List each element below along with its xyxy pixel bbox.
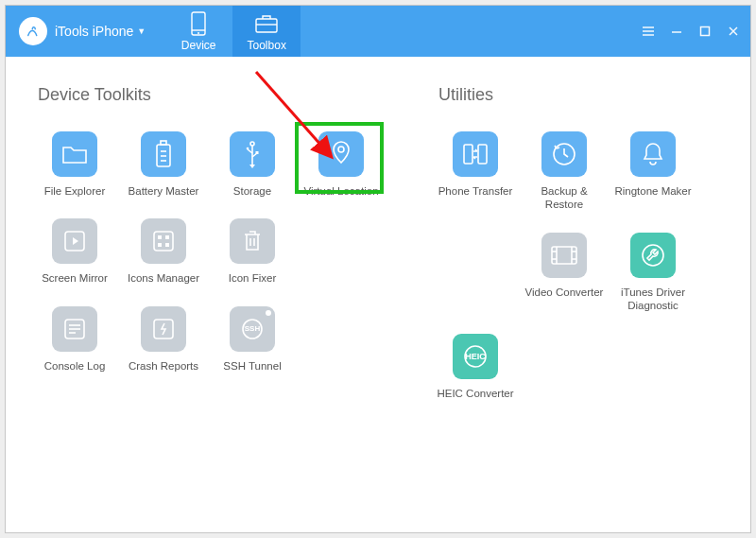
menu-icon[interactable] bbox=[641, 24, 656, 39]
tool-virtual-location[interactable]: Virtual Location bbox=[300, 131, 383, 198]
header: iTools iPhone ▼ Device Toolbox bbox=[6, 6, 750, 57]
toolbox-icon bbox=[253, 10, 280, 37]
svg-point-46 bbox=[643, 245, 663, 266]
minimize-icon[interactable] bbox=[669, 24, 684, 39]
svg-rect-27 bbox=[165, 243, 169, 247]
tool-console-log[interactable]: Console Log bbox=[33, 306, 116, 373]
tool-screen-mirror[interactable]: Screen Mirror bbox=[33, 218, 116, 285]
tab-device[interactable]: Device bbox=[164, 6, 232, 57]
transfer-icon bbox=[453, 131, 498, 177]
window-controls bbox=[641, 6, 750, 57]
tool-ringtone-maker[interactable]: Ringtone Maker bbox=[611, 131, 695, 212]
tool-itunes-driver-diagnostic[interactable]: iTunes Driver Diagnostic bbox=[611, 233, 695, 313]
utilities-section: Utilities Phone Transfer Backup & Restor… bbox=[387, 85, 728, 532]
video-icon bbox=[541, 233, 587, 278]
logo-icon bbox=[19, 17, 47, 45]
tool-battery-master[interactable]: Battery Master bbox=[122, 131, 205, 198]
play-icon bbox=[52, 218, 97, 264]
svg-rect-37 bbox=[478, 145, 487, 164]
tool-icon-fixer[interactable]: Icon Fixer bbox=[211, 218, 294, 285]
tool-file-explorer[interactable]: File Explorer bbox=[33, 131, 116, 198]
utilities-grid: Phone Transfer Backup & Restore Ringtone… bbox=[429, 131, 728, 421]
svg-rect-24 bbox=[158, 235, 162, 239]
svg-rect-36 bbox=[464, 145, 472, 164]
tool-icons-manager[interactable]: Icons Manager bbox=[122, 218, 205, 285]
svg-rect-25 bbox=[165, 235, 169, 239]
tab-toolbox-label: Toolbox bbox=[248, 39, 286, 52]
tool-crash-reports[interactable]: Crash Reports bbox=[122, 306, 205, 373]
svg-rect-20 bbox=[256, 151, 259, 154]
device-toolkits-section: Device Toolkits File Explorer Battery Ma… bbox=[28, 85, 387, 532]
svg-point-2 bbox=[198, 32, 199, 34]
svg-rect-23 bbox=[154, 232, 173, 251]
tool-phone-transfer[interactable]: Phone Transfer bbox=[434, 131, 517, 212]
tab-toolbox[interactable]: Toolbox bbox=[232, 6, 301, 57]
svg-point-17 bbox=[250, 142, 254, 146]
usb-icon bbox=[230, 131, 275, 177]
device-toolkits-grid: File Explorer Battery Master Storage bbox=[28, 131, 387, 393]
heic-icon: HEIC bbox=[453, 334, 498, 379]
svg-point-21 bbox=[338, 147, 344, 152]
svg-rect-3 bbox=[256, 19, 277, 32]
trash-icon bbox=[230, 218, 275, 264]
tool-video-converter[interactable]: Video Converter bbox=[523, 233, 606, 313]
svg-rect-26 bbox=[158, 243, 162, 247]
svg-rect-9 bbox=[701, 27, 710, 36]
log-icon bbox=[52, 306, 97, 352]
svg-rect-13 bbox=[161, 141, 166, 145]
svg-rect-0 bbox=[192, 12, 205, 35]
utilities-title: Utilities bbox=[429, 85, 728, 105]
backup-icon bbox=[541, 131, 587, 177]
folder-icon bbox=[52, 131, 97, 177]
chevron-down-icon: ▼ bbox=[137, 26, 146, 36]
tool-heic-converter[interactable]: HEIC HEIC Converter bbox=[434, 334, 517, 400]
svg-rect-39 bbox=[552, 247, 576, 264]
location-icon bbox=[318, 131, 364, 177]
app-switcher[interactable]: iTools iPhone ▼ bbox=[6, 6, 164, 57]
device-toolkits-title: Device Toolkits bbox=[28, 85, 387, 105]
tool-ssh-tunnel[interactable]: SSH SSH Tunnel bbox=[211, 306, 294, 373]
svg-point-19 bbox=[247, 148, 249, 150]
app-window: iTools iPhone ▼ Device Toolbox bbox=[5, 5, 751, 533]
ssh-icon: SSH bbox=[230, 306, 275, 352]
app-name: iTools iPhone bbox=[55, 24, 133, 39]
close-icon[interactable] bbox=[726, 24, 741, 39]
crash-icon bbox=[141, 306, 186, 352]
wrench-icon bbox=[630, 233, 676, 278]
tool-backup-restore[interactable]: Backup & Restore bbox=[523, 131, 606, 212]
phone-icon bbox=[185, 10, 212, 37]
maximize-icon[interactable] bbox=[697, 24, 713, 39]
tool-storage[interactable]: Storage bbox=[211, 131, 294, 198]
battery-icon bbox=[141, 131, 186, 177]
tab-device-label: Device bbox=[181, 39, 216, 52]
grid-icon bbox=[141, 218, 186, 264]
content: Device Toolkits File Explorer Battery Ma… bbox=[6, 57, 750, 532]
bell-icon bbox=[630, 131, 676, 177]
